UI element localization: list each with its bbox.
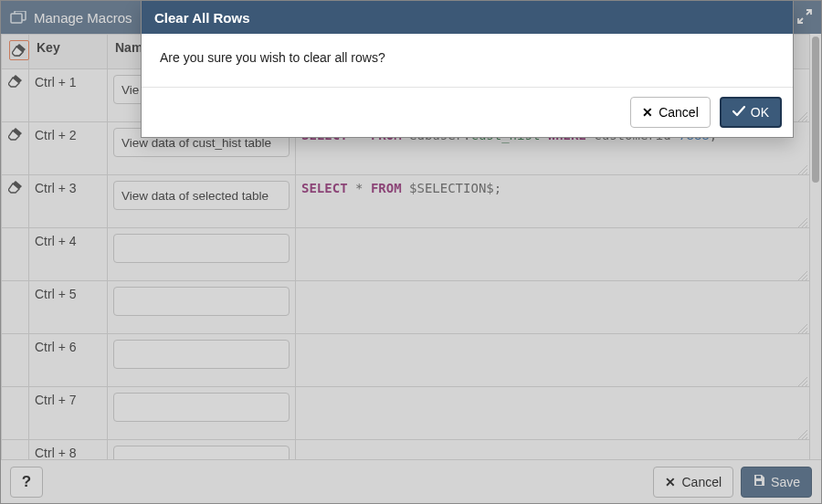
modal-ok-button[interactable]: OK xyxy=(720,97,782,128)
modal-message: Are you sure you wish to clear all rows? xyxy=(142,34,793,87)
check-icon xyxy=(732,105,745,120)
close-icon: ✕ xyxy=(642,105,653,120)
modal-ok-label: OK xyxy=(751,105,769,120)
modal-cancel-button[interactable]: ✕ Cancel xyxy=(630,97,711,128)
modal-footer: ✕ Cancel OK xyxy=(142,87,793,137)
manage-macros-window: Manage Macros Key Name Ctrl xyxy=(0,0,822,504)
modal-cancel-label: Cancel xyxy=(659,105,699,120)
confirm-modal: Clear All Rows Are you sure you wish to … xyxy=(141,1,794,138)
modal-title: Clear All Rows xyxy=(142,1,793,34)
